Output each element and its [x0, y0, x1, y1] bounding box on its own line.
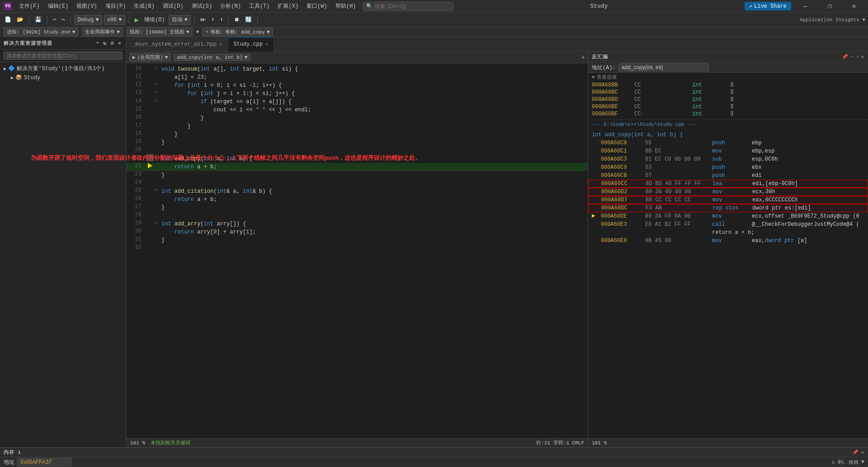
memory-col-chevron[interactable]: ▼	[861, 459, 864, 465]
platform-dropdown[interactable]: x86 ▼	[104, 15, 125, 25]
function-chevron: ▼	[245, 55, 248, 60]
minimize-button[interactable]: —	[795, 0, 816, 13]
bytes-60dc: F3 AB	[646, 205, 709, 211]
fold-10[interactable]: ⊖	[154, 65, 160, 71]
platform-chevron: ▼	[118, 17, 122, 23]
menu-file[interactable]: 文件(F)	[15, 1, 43, 11]
code-line-32: 32	[127, 244, 588, 253]
callstack-dropdown[interactable]: ≡ 堆栈: 堆栈: add_copy ▼	[203, 28, 273, 36]
disasm-line-60d2: 000A60D2 B9 30 00 00 00 mov ecx,30h	[588, 188, 868, 196]
maximize-button[interactable]: ❐	[819, 0, 840, 13]
sidebar-settings-icon[interactable]: ⚙	[110, 39, 115, 48]
toolbar-step-out[interactable]: ⬆	[218, 15, 225, 24]
bp-60de[interactable]	[592, 213, 597, 219]
instr-60c9: push	[712, 164, 748, 171]
thread-dropdown[interactable]: 线程: [19080] 主线程 ▼	[127, 28, 193, 36]
sidebar-search-input[interactable]	[4, 52, 123, 60]
tab-study-cpp-close[interactable]: ✕	[265, 42, 268, 47]
editor-add-icon[interactable]: +	[581, 54, 585, 61]
code-line-19: 19 }	[127, 138, 588, 147]
toolbar-open[interactable]: 📂	[15, 15, 25, 24]
solution-node[interactable]: ▶ 🔷 解决方案'Study'(1个项目/共1个)	[0, 64, 126, 73]
target-chevron: ▼	[184, 17, 188, 23]
live-share-button[interactable]: ↗ Live Share	[745, 2, 791, 10]
lifecycle-dropdown[interactable]: 生命周期事件 ▼	[82, 28, 123, 36]
toolbar-step-over[interactable]: ⏭	[198, 15, 208, 24]
disasm-arrow-left-icon[interactable]: ←	[850, 54, 854, 60]
window-title: Study	[590, 3, 608, 10]
app-insights-label: Application Insights ▼	[800, 17, 865, 23]
op-60c1: ebp,esp	[752, 148, 864, 154]
menu-build[interactable]: 生成(B)	[130, 1, 158, 11]
fold-21[interactable]: ⊖	[154, 155, 160, 160]
code-19: }	[160, 138, 588, 147]
close-button[interactable]: ✕	[844, 0, 864, 13]
bytes-60de: B9 2A F0 0A 00	[645, 213, 708, 219]
fold-13[interactable]: ⊖	[154, 90, 160, 95]
continue-button[interactable]: ▶	[133, 14, 141, 25]
sidebar-collapse-icon[interactable]: −	[95, 39, 100, 48]
sidebar-refresh-icon[interactable]: ↻	[102, 39, 108, 48]
main-layout: 解决方案资源管理器 − ↻ ⚙ ✕ ▶ 🔷 解决方案'Study'(1个项目/共…	[0, 37, 868, 447]
tab-msvc[interactable]: _msvc_system_error_abi.hpp ✕	[127, 37, 228, 52]
dlr1-addr: 000A60BB	[592, 82, 632, 88]
menu-view[interactable]: 视图(V)	[73, 1, 101, 11]
line-num-12: 12	[127, 81, 147, 88]
disasm-lookup-row-4: 000A60BE CC int 3	[588, 103, 868, 110]
fold-25[interactable]: ⊖	[154, 187, 160, 193]
menu-edit[interactable]: 编辑(E)	[44, 1, 72, 11]
fold-14[interactable]: ⊖	[154, 98, 160, 103]
menu-debug[interactable]: 调试(D)	[159, 1, 187, 11]
process-dropdown[interactable]: 进程: [9020] Study.exe ▼	[4, 28, 78, 36]
tab-study-cpp[interactable]: Study.cpp ✕	[228, 37, 274, 52]
function-dropdown[interactable]: add_copy(int a, int b) ▼	[174, 54, 250, 61]
target-dropdown[interactable]: 自动 ▼	[169, 15, 191, 25]
addr-60e3: 000A60E3	[601, 221, 642, 228]
menu-test[interactable]: 测试(S)	[188, 1, 216, 11]
bytes-60d2: B9 30 00 00 00	[646, 189, 709, 195]
memory-close-icon[interactable]: ✕	[861, 449, 864, 455]
menu-project[interactable]: 项目(P)	[102, 1, 130, 11]
menu-extensions[interactable]: 扩展(X)	[274, 1, 302, 11]
debug-mode-dropdown[interactable]: Debug ▼	[74, 15, 102, 25]
disasm-view-chevron[interactable]: ▼	[592, 75, 595, 80]
disasm-line-60cc: 000A60CC 8D BD 40 FF FF FF lea edi,[ebp-…	[588, 180, 868, 188]
memory-pin-icon[interactable]: 📌	[852, 449, 859, 455]
scope-dropdown[interactable]: ▶ (全局范围) ▼	[129, 53, 171, 62]
editor-cursor-info: 行:21 字符:1 CRLF	[536, 439, 584, 446]
disasm-view-options: ▼ 查看选项	[588, 73, 868, 81]
toolbar-restart[interactable]: 🔄	[243, 15, 254, 24]
disasm-addr-input[interactable]	[618, 63, 709, 71]
sidebar-search-bar[interactable]	[0, 50, 126, 62]
search-box[interactable]: 🔍	[363, 2, 453, 11]
search-input[interactable]	[374, 3, 442, 10]
op-60cb: edi	[752, 172, 864, 179]
bp-22[interactable]	[147, 163, 154, 168]
menu-window[interactable]: 窗口(W)	[303, 1, 331, 11]
memory-addr-input[interactable]	[17, 458, 71, 466]
menu-tools[interactable]: 工具(T)	[245, 1, 274, 11]
solution-label: 解决方案'Study'(1个项目/共1个)	[17, 65, 104, 72]
memory-refresh-icon[interactable]: ↻	[832, 459, 835, 465]
toolbar-save[interactable]: 💾	[33, 15, 43, 24]
project-arrow: ▶	[11, 75, 14, 81]
toolbar-new[interactable]: 📄	[3, 15, 13, 24]
toolbar-step-into[interactable]: ⬇	[209, 15, 216, 24]
project-node[interactable]: ▶ 📦 Study	[0, 73, 126, 82]
toolbar-stop[interactable]: ⏹	[232, 15, 241, 24]
toolbar-redo[interactable]: ↪	[60, 15, 66, 24]
menu-bar: 文件(F) 编辑(E) 视图(V) 项目(P) 生成(B) 调试(D) 测试(S…	[15, 1, 359, 11]
fold-29[interactable]: ⊖	[154, 220, 160, 225]
fold-12[interactable]: ⊖	[154, 81, 160, 87]
tab-msvc-close[interactable]: ✕	[219, 42, 222, 47]
disasm-file-separator: --- E:\Code\C++\Study\Study.cpp ---	[588, 119, 868, 129]
disasm-arrow-right-icon[interactable]: →	[856, 54, 859, 60]
bytes-60cb: 57	[645, 172, 708, 179]
disasm-close-icon[interactable]: ✕	[861, 54, 864, 60]
toolbar-undo[interactable]: ↩	[51, 15, 58, 24]
disasm-pin-icon[interactable]: 📌	[842, 54, 849, 60]
sidebar-header: 解决方案资源管理器 − ↻ ⚙ ✕	[0, 37, 126, 50]
sidebar-close-icon[interactable]: ✕	[117, 39, 123, 48]
menu-help[interactable]: 帮助(H)	[332, 1, 360, 11]
menu-analyze[interactable]: 分析(N)	[217, 1, 245, 11]
